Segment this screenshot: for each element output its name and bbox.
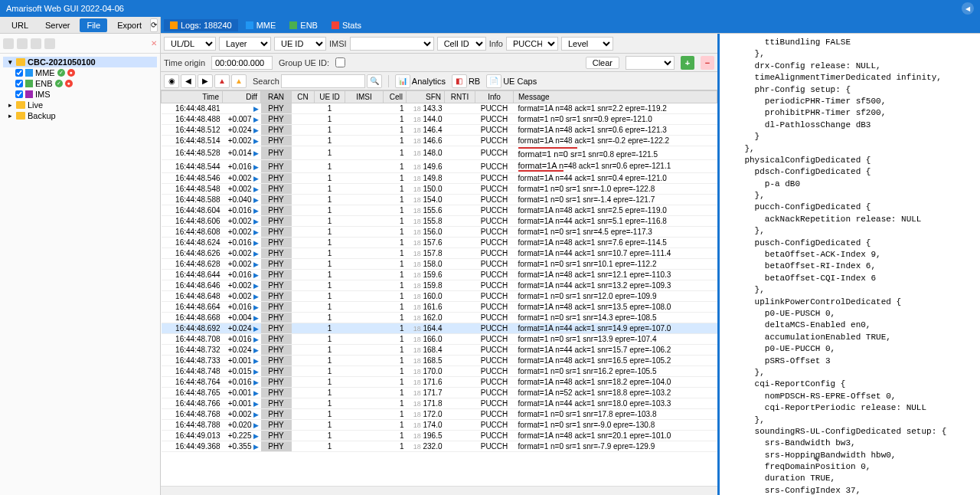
table-row[interactable]: 16:44:48.606+0.002▶PHY1118 155.8PUCCHfor…	[162, 216, 717, 227]
stop-icon[interactable]: ◉	[164, 74, 179, 88]
tree-mme[interactable]: MME ✓●	[3, 67, 157, 78]
error-icon[interactable]: ▲	[214, 74, 230, 88]
table-row[interactable]: 16:44:48.546+0.002▶PHY1118 149.8PUCCHfor…	[162, 173, 717, 184]
table-row[interactable]: 16:44:48.668+0.004▶PHY1118 162.0PUCCHfor…	[162, 313, 717, 323]
clear-select[interactable]	[626, 56, 675, 70]
h-scrollbar[interactable]	[161, 486, 717, 495]
table-row[interactable]: 16:44:48.748+0.015▶PHY1118 170.0PUCCHfor…	[162, 366, 717, 377]
file-button[interactable]: File	[80, 18, 107, 32]
tab-mme[interactable]: MME	[240, 19, 283, 31]
col-ran[interactable]: RAN	[261, 91, 292, 103]
status-ok-icon: ✓	[55, 80, 63, 87]
time-origin-input[interactable]	[211, 56, 273, 70]
info-select[interactable]: PUCCH	[506, 37, 558, 51]
group-ueid-checkbox[interactable]	[335, 57, 345, 67]
tab-stats[interactable]: Stats	[325, 19, 368, 31]
table-row[interactable]: 16:44:48.692+0.024▶PHY1118 164.4PUCCHfor…	[162, 323, 717, 334]
url-button[interactable]: URL	[5, 18, 35, 32]
log-table-wrap[interactable]: TimeDiffRANCNUE IDIMSICellSFNRNTIInfoMes…	[161, 90, 717, 486]
table-row[interactable]: 16:44:48.544+0.016▶PHY1118 149.6PUCCHfor…	[162, 160, 717, 173]
mme-checkbox[interactable]	[15, 69, 23, 77]
col-sfn[interactable]: SFN	[407, 91, 445, 103]
table-row[interactable]: 16:44:49.368+0.355▶PHY1118 232.0PUCCHfor…	[162, 441, 717, 452]
col-ue-id[interactable]: UE ID	[315, 91, 345, 103]
table-row[interactable]: 16:44:48.481▶PHY1118 143.3PUCCHformat=1A…	[162, 103, 717, 114]
sb-tool-1[interactable]	[3, 38, 14, 49]
sidebar-tools: ✕	[0, 34, 160, 54]
tree-enb[interactable]: ENB ✓●	[3, 78, 157, 89]
col-diff[interactable]: Diff	[223, 91, 261, 103]
table-row[interactable]: 16:44:48.644+0.016▶PHY1118 159.6PUCCHfor…	[162, 270, 717, 280]
analytics-label[interactable]: Analytics	[412, 77, 446, 86]
sb-tool-4[interactable]	[44, 38, 55, 49]
table-row[interactable]: 16:44:48.628+0.002▶PHY1118 158.0PUCCHfor…	[162, 259, 717, 270]
tab-enb[interactable]: ENB	[283, 19, 324, 31]
table-row[interactable]: 16:44:48.708+0.016▶PHY1118 166.0PUCCHfor…	[162, 334, 717, 345]
ims-icon	[25, 90, 33, 98]
uldl-select[interactable]: UL/DL	[164, 37, 216, 51]
uecaps-icon[interactable]: 📄	[486, 74, 501, 88]
tree-ims[interactable]: IMS	[3, 89, 157, 100]
ims-checkbox[interactable]	[15, 90, 23, 98]
next-icon[interactable]: ▶	[198, 74, 213, 88]
clear-button[interactable]: Clear	[586, 57, 619, 69]
table-row[interactable]: 16:44:48.588+0.040▶PHY1118 154.0PUCCHfor…	[162, 195, 717, 205]
table-row[interactable]: 16:44:48.528+0.014▶PHY1118 148.0PUCCHfor…	[162, 146, 717, 160]
col-rnti[interactable]: RNTI	[445, 91, 475, 103]
search-input[interactable]	[281, 74, 365, 88]
table-row[interactable]: 16:44:48.548+0.002▶PHY1118 150.0PUCCHfor…	[162, 184, 717, 195]
table-row[interactable]: 16:44:49.013+0.225▶PHY1118 196.5PUCCHfor…	[162, 431, 717, 441]
col-time[interactable]: Time	[162, 91, 223, 103]
tab-logs[interactable]: Logs: 188240	[164, 19, 238, 31]
layer-select[interactable]: Layer	[219, 37, 271, 51]
uecaps-label[interactable]: UE Caps	[503, 77, 537, 86]
rb-label[interactable]: RB	[469, 77, 480, 86]
table-row[interactable]: 16:44:48.646+0.002▶PHY1118 159.8PUCCHfor…	[162, 280, 717, 291]
tree-backup[interactable]: ▸Backup	[3, 110, 157, 121]
folder-icon	[16, 112, 25, 120]
search-go-icon[interactable]: 🔍	[367, 74, 382, 88]
tree-root[interactable]: ▾CBC-2021050100	[3, 57, 157, 67]
rb-icon[interactable]: ◧	[452, 74, 467, 88]
table-row[interactable]: 16:44:48.626+0.002▶PHY1118 157.8PUCCHfor…	[162, 248, 717, 259]
level-select[interactable]: Level	[561, 37, 613, 51]
refresh-icon[interactable]: ⟳	[150, 18, 158, 32]
ueid-select[interactable]: UE ID	[274, 37, 326, 51]
collapse-sidebar-icon[interactable]	[962, 2, 974, 15]
col-cell[interactable]: Cell	[384, 91, 407, 103]
table-row[interactable]: 16:44:48.764+0.016▶PHY1118 171.6PUCCHfor…	[162, 377, 717, 388]
sb-tool-2[interactable]	[17, 38, 28, 49]
cellid-select[interactable]: Cell ID	[437, 37, 486, 51]
table-row[interactable]: 16:44:48.512+0.024▶PHY1118 146.4PUCCHfor…	[162, 125, 717, 136]
col-cn[interactable]: CN	[292, 91, 315, 103]
col-imsi[interactable]: IMSI	[345, 91, 384, 103]
add-button[interactable]: +	[681, 56, 694, 70]
table-row[interactable]: 16:44:48.648+0.002▶PHY1118 160.0PUCCHfor…	[162, 291, 717, 302]
table-row[interactable]: 16:44:48.765+0.001▶PHY1118 171.7PUCCHfor…	[162, 388, 717, 398]
sb-tool-3[interactable]	[31, 38, 41, 49]
table-row[interactable]: 16:44:48.733+0.001▶PHY1118 168.5PUCCHfor…	[162, 356, 717, 366]
table-row[interactable]: 16:44:48.732+0.024▶PHY1118 168.4PUCCHfor…	[162, 345, 717, 356]
table-row[interactable]: 16:44:48.766+0.001▶PHY1118 171.8PUCCHfor…	[162, 398, 717, 409]
analytics-icon[interactable]: 📊	[395, 74, 410, 88]
prev-icon[interactable]: ◀	[181, 74, 196, 88]
server-button[interactable]: Server	[38, 18, 77, 32]
enb-checkbox[interactable]	[15, 80, 23, 87]
table-row[interactable]: 16:44:48.488+0.007▶PHY1118 144.0PUCCHfor…	[162, 114, 717, 125]
table-row[interactable]: 16:44:48.514+0.002▶PHY1118 146.6PUCCHfor…	[162, 136, 717, 146]
close-icon[interactable]: ✕	[151, 39, 157, 48]
col-message[interactable]: Message	[514, 91, 717, 103]
warning-icon[interactable]: ▲	[231, 74, 247, 88]
tree-live[interactable]: ▸Live	[3, 100, 157, 110]
table-row[interactable]: 16:44:48.664+0.016▶PHY1118 161.6PUCCHfor…	[162, 302, 717, 313]
table-row[interactable]: 16:44:48.608+0.002▶PHY1118 156.0PUCCHfor…	[162, 227, 717, 238]
export-button[interactable]: Export	[110, 18, 149, 32]
table-row[interactable]: 16:44:48.624+0.016▶PHY1118 157.6PUCCHfor…	[162, 238, 717, 248]
remove-button[interactable]: −	[701, 56, 714, 70]
detail-panel[interactable]: ttiBundling FALSE }, drx-Config release:…	[720, 34, 980, 495]
table-row[interactable]: 16:44:48.768+0.002▶PHY1118 172.0PUCCHfor…	[162, 409, 717, 420]
imsi-select[interactable]	[350, 37, 434, 51]
table-row[interactable]: 16:44:48.604+0.016▶PHY1118 155.6PUCCHfor…	[162, 205, 717, 216]
col-info[interactable]: Info	[475, 91, 514, 103]
table-row[interactable]: 16:44:48.788+0.020▶PHY1118 174.0PUCCHfor…	[162, 420, 717, 431]
